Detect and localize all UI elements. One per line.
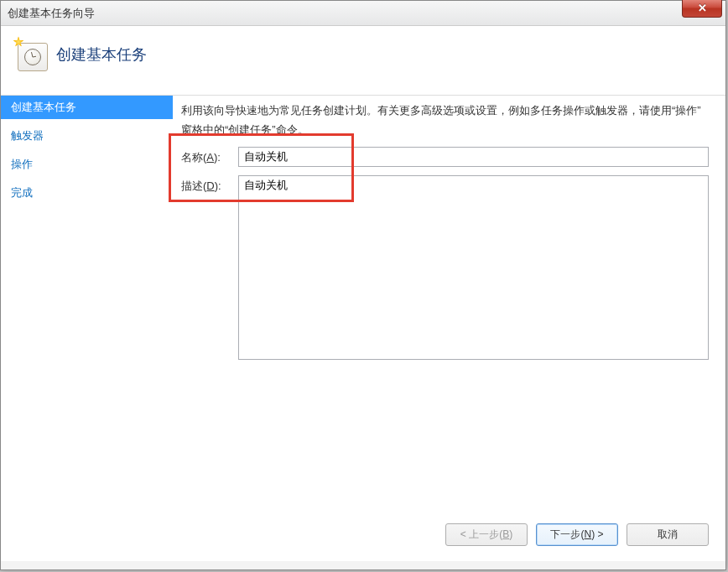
description-textarea[interactable]: 自动关机 <box>238 175 709 360</box>
name-input[interactable] <box>238 147 709 167</box>
wizard-header-inner: 创建基本任务 <box>14 38 712 71</box>
clock-icon <box>24 49 41 65</box>
window-title: 创建基本任务向导 <box>8 6 95 21</box>
wizard-title: 创建基本任务 <box>56 44 147 65</box>
titlebar: 创建基本任务向导 ✕ <box>1 1 725 26</box>
sidebar-item-create-basic-task[interactable]: 创建基本任务 <box>1 96 173 119</box>
close-icon: ✕ <box>698 2 707 14</box>
name-row: 名称(A): <box>181 147 709 167</box>
sidebar-item-trigger[interactable]: 触发器 <box>1 124 173 148</box>
wizard-header: 创建基本任务 <box>1 26 725 96</box>
back-button[interactable]: < 上一步(B) <box>445 523 528 546</box>
next-button[interactable]: 下一步(N) > <box>536 523 618 546</box>
wizard-window: 创建基本任务向导 ✕ 创建基本任务 创建基本任务 触发器 操作 完成 利用该 <box>0 0 726 570</box>
button-bar: < 上一步(B) 下一步(N) > 取消 <box>181 515 709 561</box>
wizard-body: 创建基本任务 触发器 操作 完成 利用该向导快速地为常见任务创建计划。有关更多高… <box>1 96 725 561</box>
description-label: 描述(D): <box>181 175 238 194</box>
name-label: 名称(A): <box>181 147 238 165</box>
instruction-text: 利用该向导快速地为常见任务创建计划。有关更多高级选项或设置，例如多任务操作或触发… <box>181 101 709 140</box>
description-row: 描述(D): 自动关机 <box>181 175 709 360</box>
close-button[interactable]: ✕ <box>682 0 722 18</box>
wizard-sidebar: 创建基本任务 触发器 操作 完成 <box>1 96 173 561</box>
cancel-button[interactable]: 取消 <box>627 523 709 546</box>
wizard-icon <box>14 38 48 71</box>
sidebar-item-action[interactable]: 操作 <box>1 153 173 176</box>
calendar-icon <box>18 43 48 71</box>
wizard-main-panel: 利用该向导快速地为常见任务创建计划。有关更多高级选项或设置，例如多任务操作或触发… <box>173 96 725 561</box>
sidebar-item-finish[interactable]: 完成 <box>1 181 173 205</box>
